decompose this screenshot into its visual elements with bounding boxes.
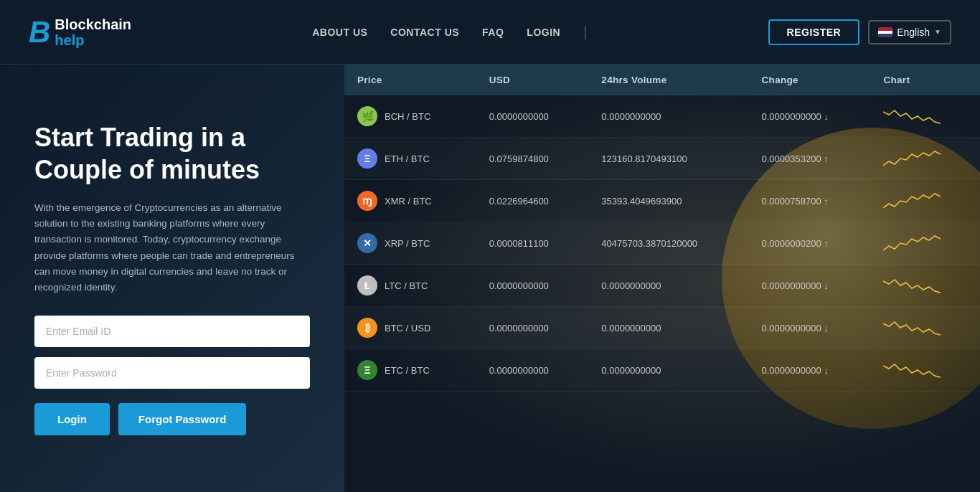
volume-cell: 0.0000000000 — [588, 265, 748, 307]
pair-label: BCH / BTC — [385, 111, 430, 122]
main-content: Start Trading in a Couple of minutes Wit… — [0, 65, 980, 492]
pair-cell: Ξ ETH / BTC — [344, 138, 476, 180]
logo-icon: B — [29, 15, 49, 49]
price-cell: 0.0000000000 — [476, 307, 589, 349]
pair-cell: 🌿 BCH / BTC — [344, 95, 476, 138]
table-row: 🌿 BCH / BTC 0.0000000000 0.0000000000 0.… — [344, 95, 980, 138]
pair-cell: ₿ BTC / USD — [344, 307, 476, 349]
table-header-row: Price USD 24hrs Volume Change Chart — [344, 65, 980, 95]
language-selector[interactable]: English ▼ — [868, 20, 951, 44]
left-panel: Start Trading in a Couple of minutes Wit… — [0, 65, 344, 492]
chart-cell — [870, 222, 980, 265]
logo-text: Blockchain help — [55, 16, 131, 48]
volume-cell: 0.0000000000 — [588, 95, 748, 138]
chart-cell — [870, 95, 980, 138]
pair-label: ETC / BTC — [385, 365, 430, 376]
table-row: ₿ BTC / USD 0.0000000000 0.0000000000 0.… — [344, 307, 980, 349]
col-price: Price — [344, 65, 476, 95]
pair-label: ETH / BTC — [385, 153, 430, 164]
price-cell: 0.0000000000 — [476, 265, 589, 307]
chart-cell — [870, 265, 980, 307]
language-label: English — [897, 27, 930, 38]
change-cell: 0.0000000000 ↓ — [749, 349, 871, 392]
table-row: ɱ XMR / BTC 0.0226964600 35393.404969390… — [344, 180, 980, 222]
price-cell: 0.0226964600 — [476, 180, 589, 222]
change-cell: 0.0000000000 ↓ — [749, 95, 871, 138]
chart-cell — [870, 349, 980, 392]
pair-cell: ɱ XMR / BTC — [344, 180, 476, 222]
table-row: Ł LTC / BTC 0.0000000000 0.0000000000 0.… — [344, 265, 980, 307]
crypto-icon-bch: 🌿 — [357, 106, 377, 126]
logo: B Blockchain help — [29, 15, 131, 49]
pair-cell: Ł LTC / BTC — [344, 265, 476, 307]
nav-contact[interactable]: CONTACT US — [390, 27, 459, 38]
password-input[interactable] — [34, 357, 310, 389]
chevron-down-icon: ▼ — [934, 28, 941, 36]
col-usd: USD — [476, 65, 589, 95]
nav-actions: REGISTER English ▼ — [768, 19, 951, 45]
crypto-icon-etc: Ξ — [357, 360, 377, 380]
change-cell: 0.0000353200 ↑ — [749, 138, 871, 180]
nav-faq[interactable]: FAQ — [482, 27, 504, 38]
chart-cell — [870, 180, 980, 222]
flag-icon — [878, 27, 892, 37]
pair-cell: ✕ XRP / BTC — [344, 222, 476, 265]
main-nav: ABOUT US CONTACT US FAQ LOGIN | — [312, 24, 587, 40]
nav-divider: | — [583, 24, 587, 40]
pair-label: LTC / BTC — [385, 280, 428, 291]
crypto-icon-ltc: Ł — [357, 275, 377, 295]
crypto-icon-xmr: ɱ — [357, 191, 377, 211]
price-cell: 0.0000811100 — [476, 222, 589, 265]
volume-cell: 123160.8170493100 — [588, 138, 748, 180]
change-cell: 0.0000000200 ↑ — [749, 222, 871, 265]
price-cell: 0.0759874800 — [476, 138, 589, 180]
volume-cell: 0.0000000000 — [588, 307, 748, 349]
col-chart: Chart — [870, 65, 980, 95]
hero-description: With the emergence of Cryptocurrencies a… — [34, 200, 310, 296]
button-row: Login Forgot Password — [34, 403, 310, 435]
change-cell: 0.0000000000 ↓ — [749, 265, 871, 307]
register-button[interactable]: REGISTER — [768, 19, 860, 45]
volume-cell: 40475703.3870120000 — [588, 222, 748, 265]
pair-label: XRP / BTC — [385, 238, 430, 249]
pair-label: XMR / BTC — [385, 196, 432, 207]
chart-cell — [870, 307, 980, 349]
email-input[interactable] — [34, 316, 310, 347]
right-panel: Price USD 24hrs Volume Change Chart 🌿 BC… — [344, 65, 980, 492]
crypto-icon-btc: ₿ — [357, 318, 377, 338]
col-change: Change — [749, 65, 871, 95]
table-row: ✕ XRP / BTC 0.0000811100 40475703.387012… — [344, 222, 980, 265]
price-cell: 0.0000000000 — [476, 95, 589, 138]
change-cell: 0.0000758700 ↑ — [749, 180, 871, 222]
crypto-icon-eth: Ξ — [357, 148, 377, 169]
forgot-password-button[interactable]: Forgot Password — [118, 403, 247, 435]
pair-label: BTC / USD — [385, 323, 430, 333]
login-button[interactable]: Login — [34, 403, 110, 435]
hero-title: Start Trading in a Couple of minutes — [34, 121, 310, 186]
price-cell: 0.0000000000 — [476, 349, 589, 392]
table-row: Ξ ETC / BTC 0.0000000000 0.0000000000 0.… — [344, 349, 980, 392]
header: B Blockchain help ABOUT US CONTACT US FA… — [0, 0, 980, 65]
pair-cell: Ξ ETC / BTC — [344, 349, 476, 392]
logo-bottom: help — [55, 32, 131, 48]
col-volume: 24hrs Volume — [588, 65, 748, 95]
nav-about[interactable]: ABOUT US — [312, 27, 367, 38]
trading-table: Price USD 24hrs Volume Change Chart 🌿 BC… — [344, 65, 980, 392]
logo-top: Blockchain — [55, 16, 131, 32]
chart-cell — [870, 138, 980, 180]
crypto-icon-xrp: ✕ — [357, 233, 377, 253]
volume-cell: 35393.4049693900 — [588, 180, 748, 222]
table-row: Ξ ETH / BTC 0.0759874800 123160.81704931… — [344, 138, 980, 180]
volume-cell: 0.0000000000 — [588, 349, 748, 392]
change-cell: 0.0000000000 ↓ — [749, 307, 871, 349]
nav-login[interactable]: LOGIN — [527, 27, 560, 38]
